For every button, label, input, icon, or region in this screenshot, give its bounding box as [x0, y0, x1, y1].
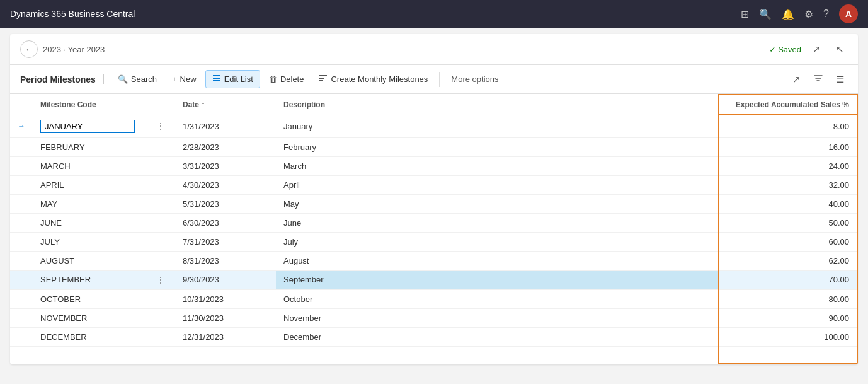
table-row[interactable]: APRIL4/30/2023April32.00	[10, 175, 857, 194]
expected-sales-cell[interactable]: 62.00	[719, 251, 857, 270]
row-context-menu[interactable]: ⋮	[146, 115, 175, 137]
create-monthly-button[interactable]: Create Monthly Milestones	[312, 71, 434, 88]
expected-sales-cell[interactable]: 8.00	[719, 115, 857, 137]
milestone-code-input[interactable]	[40, 120, 135, 133]
row-context-menu[interactable]	[146, 327, 175, 346]
expected-sales-cell[interactable]: 32.00	[719, 175, 857, 194]
date-cell[interactable]: 9/30/2023	[175, 270, 276, 289]
filter-button[interactable]	[809, 71, 827, 88]
date-cell[interactable]: 5/31/2023	[175, 194, 276, 213]
description-cell[interactable]: April	[276, 175, 719, 194]
row-context-menu[interactable]	[146, 213, 175, 232]
description-cell[interactable]: January	[276, 115, 719, 137]
table-row[interactable]: DECEMBER12/31/2023December100.00	[10, 327, 857, 346]
table-row[interactable]: JULY7/31/2023July60.00	[10, 232, 857, 251]
description-cell[interactable]: May	[276, 194, 719, 213]
date-cell[interactable]: 6/30/2023	[175, 213, 276, 232]
date-cell[interactable]: 3/31/2023	[175, 156, 276, 175]
row-context-menu[interactable]: ⋮	[146, 270, 175, 289]
description-cell[interactable]: March	[276, 156, 719, 175]
bell-icon[interactable]: 🔔	[782, 8, 794, 20]
expected-sales-cell[interactable]: 50.00	[719, 213, 857, 232]
user-avatar[interactable]: A	[839, 4, 858, 23]
table-row[interactable]: AUGUST8/31/2023August62.00	[10, 251, 857, 270]
edit-list-button[interactable]: Edit List	[205, 70, 260, 88]
description-cell[interactable]: November	[276, 308, 719, 327]
col-expected-sales[interactable]: Expected Accumulated Sales %	[719, 95, 857, 115]
search-icon: 🔍	[118, 74, 128, 84]
milestone-code-cell[interactable]: NOVEMBER	[33, 308, 146, 327]
expected-sales-cell[interactable]: 24.00	[719, 156, 857, 175]
description-cell[interactable]: June	[276, 213, 719, 232]
expected-sales-cell[interactable]: 70.00	[719, 270, 857, 289]
milestone-code-cell[interactable]: JUNE	[33, 213, 146, 232]
delete-button[interactable]: 🗑 Delete	[263, 71, 311, 87]
collapse-button[interactable]: ↖	[832, 41, 848, 57]
table-row[interactable]: →⋮1/31/2023January8.00	[10, 115, 857, 137]
table-row[interactable]: JUNE6/30/2023June50.00	[10, 213, 857, 232]
more-options-button[interactable]: More options	[445, 71, 505, 87]
description-cell[interactable]: February	[276, 137, 719, 156]
col-description[interactable]: Description	[276, 95, 719, 115]
date-cell[interactable]: 11/30/2023	[175, 308, 276, 327]
expected-sales-cell[interactable]: 60.00	[719, 232, 857, 251]
date-cell[interactable]: 8/31/2023	[175, 251, 276, 270]
row-context-menu[interactable]	[146, 289, 175, 308]
row-context-menu[interactable]	[146, 308, 175, 327]
row-context-menu[interactable]	[146, 156, 175, 175]
row-context-menu[interactable]	[146, 232, 175, 251]
row-context-menu[interactable]	[146, 194, 175, 213]
date-cell[interactable]: 7/31/2023	[175, 232, 276, 251]
expected-sales-cell[interactable]: 40.00	[719, 194, 857, 213]
table-row[interactable]: MAY5/31/2023May40.00	[10, 194, 857, 213]
row-context-menu[interactable]	[146, 251, 175, 270]
row-context-menu[interactable]	[146, 137, 175, 156]
share-button[interactable]: ↗	[789, 71, 804, 88]
date-cell[interactable]: 1/31/2023	[175, 115, 276, 137]
table-row[interactable]: OCTOBER10/31/2023October80.00	[10, 289, 857, 308]
description-cell[interactable]: July	[276, 232, 719, 251]
grid-icon[interactable]: ⊞	[741, 8, 749, 20]
context-menu-icon[interactable]: ⋮	[154, 121, 168, 131]
table-row[interactable]: MARCH3/31/2023March24.00	[10, 156, 857, 175]
date-cell[interactable]: 12/31/2023	[175, 327, 276, 346]
expected-sales-cell[interactable]: 100.00	[719, 327, 857, 346]
table-row[interactable]: SEPTEMBER⋮9/30/2023September70.00	[10, 270, 857, 289]
milestone-code-cell[interactable]: MAY	[33, 194, 146, 213]
description-cell[interactable]: September	[276, 270, 719, 289]
date-cell[interactable]: 4/30/2023	[175, 175, 276, 194]
new-button[interactable]: + New	[166, 71, 203, 87]
row-context-menu[interactable]	[146, 175, 175, 194]
open-in-new-button[interactable]: ↗	[809, 41, 825, 57]
col-milestone-code[interactable]: Milestone Code	[33, 95, 146, 115]
table-row[interactable]: NOVEMBER11/30/2023November90.00	[10, 308, 857, 327]
description-cell[interactable]: October	[276, 289, 719, 308]
gear-icon[interactable]: ⚙	[804, 8, 813, 20]
search-button[interactable]: 🔍 Search	[111, 71, 163, 87]
date-cell[interactable]: 10/31/2023	[175, 289, 276, 308]
columns-button[interactable]: ☰	[832, 71, 848, 88]
expected-sales-cell[interactable]: 90.00	[719, 308, 857, 327]
milestone-code-cell[interactable]: OCTOBER	[33, 289, 146, 308]
milestone-code-cell[interactable]: JULY	[33, 232, 146, 251]
col-date[interactable]: Date ↑	[175, 95, 276, 115]
search-icon[interactable]: 🔍	[759, 8, 772, 20]
milestone-code-cell[interactable]: DECEMBER	[33, 327, 146, 346]
milestone-code-cell[interactable]	[33, 115, 146, 137]
milestone-code-cell[interactable]: FEBRUARY	[33, 137, 146, 156]
milestone-code-cell[interactable]: MARCH	[33, 156, 146, 175]
help-icon[interactable]: ?	[823, 8, 829, 20]
description-cell[interactable]: December	[276, 327, 719, 346]
expected-sales-cell[interactable]: 80.00	[719, 289, 857, 308]
description-cell[interactable]: August	[276, 251, 719, 270]
milestone-code-cell[interactable]: AUGUST	[33, 251, 146, 270]
milestone-code-cell[interactable]: SEPTEMBER	[33, 270, 146, 289]
date-cell[interactable]: 2/28/2023	[175, 137, 276, 156]
topbar: Dynamics 365 Business Central ⊞ 🔍 🔔 ⚙ ? …	[0, 0, 868, 28]
edit-list-icon	[212, 74, 221, 84]
table-row[interactable]: FEBRUARY2/28/2023February16.00	[10, 137, 857, 156]
context-menu-icon[interactable]: ⋮	[154, 275, 168, 285]
back-button[interactable]: ←	[20, 40, 38, 58]
milestone-code-cell[interactable]: APRIL	[33, 175, 146, 194]
expected-sales-cell[interactable]: 16.00	[719, 137, 857, 156]
